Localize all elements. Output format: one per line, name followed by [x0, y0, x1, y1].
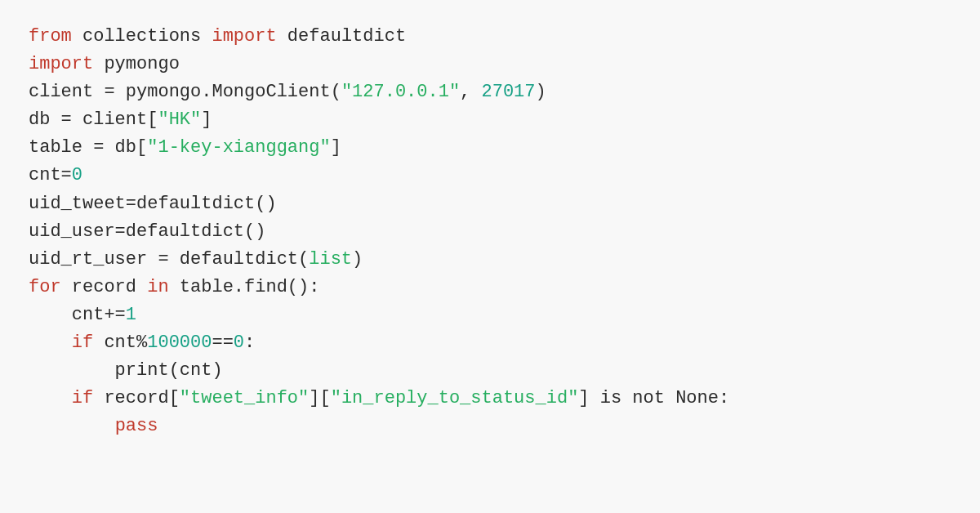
code-token: print(cnt) — [29, 360, 223, 381]
code-token: uid_tweet=defaultdict() — [29, 194, 277, 214]
code-line: import pymongo — [29, 51, 951, 78]
code-token: ] — [331, 137, 341, 158]
code-token: "1-key-xianggang" — [147, 137, 330, 158]
code-line: if record["tweet_info"]["in_reply_to_sta… — [29, 385, 951, 413]
code-token: client = pymongo.MongoClient( — [29, 82, 341, 102]
code-token: 1 — [126, 305, 136, 325]
code-token: ) — [536, 82, 546, 102]
code-token: list — [309, 249, 352, 270]
code-token: "127.0.0.1" — [341, 82, 460, 102]
code-token: for — [29, 277, 61, 297]
code-token: cnt= — [29, 165, 72, 185]
code-token: cnt+= — [29, 305, 126, 325]
code-line: table = db["1-key-xianggang"] — [29, 134, 951, 162]
code-token — [29, 332, 72, 353]
code-token: : — [244, 332, 255, 353]
code-line: db = client["HK"] — [29, 106, 951, 134]
code-line: cnt+=1 — [29, 301, 951, 329]
code-token: == — [212, 332, 233, 353]
code-token: import — [29, 54, 93, 74]
code-token: pymongo — [93, 54, 180, 74]
code-token: record[ — [93, 388, 180, 408]
code-line: pass — [29, 413, 951, 440]
code-token: if — [72, 388, 93, 408]
code-line: from collections import defaultdict — [29, 23, 951, 51]
code-editor: from collections import defaultdictimpor… — [0, 0, 980, 513]
code-token: collections — [72, 26, 212, 47]
code-line: uid_tweet=defaultdict() — [29, 190, 951, 218]
code-line: uid_rt_user = defaultdict(list) — [29, 246, 951, 274]
code-token: 0 — [72, 165, 82, 185]
code-token: uid_user=defaultdict() — [29, 221, 265, 242]
code-token: defaultdict — [277, 26, 406, 47]
code-token: from — [29, 26, 72, 47]
code-token: ] is not None: — [578, 388, 729, 408]
code-block: from collections import defaultdictimpor… — [29, 23, 951, 440]
code-token: cnt% — [93, 332, 147, 353]
code-token: import — [212, 26, 276, 47]
code-token: table = db[ — [29, 137, 147, 158]
code-token: table.find(): — [169, 277, 320, 297]
code-token: "tweet_info" — [180, 388, 309, 408]
code-token — [29, 388, 72, 408]
code-token: 0 — [234, 332, 244, 353]
code-token — [29, 416, 115, 436]
code-token: in — [147, 277, 168, 297]
code-line: client = pymongo.MongoClient("127.0.0.1"… — [29, 78, 951, 106]
code-token: 27017 — [482, 82, 536, 102]
code-token: "HK" — [158, 109, 201, 130]
code-line: uid_user=defaultdict() — [29, 218, 951, 246]
code-token: ] — [201, 109, 212, 130]
code-line: for record in table.find(): — [29, 274, 951, 301]
code-token: if — [72, 332, 93, 353]
code-token: "in_reply_to_status_id" — [331, 388, 579, 408]
code-line: if cnt%100000==0: — [29, 329, 951, 357]
code-token: ][ — [309, 388, 330, 408]
code-token: db = client[ — [29, 109, 158, 130]
code-token: 100000 — [147, 332, 212, 353]
code-token: ) — [352, 249, 363, 270]
code-line: cnt=0 — [29, 162, 951, 190]
code-token: record — [61, 277, 148, 297]
code-token: pass — [115, 416, 158, 436]
code-token: , — [460, 82, 481, 102]
code-token: uid_rt_user = defaultdict( — [29, 249, 309, 270]
code-line: print(cnt) — [29, 357, 951, 385]
